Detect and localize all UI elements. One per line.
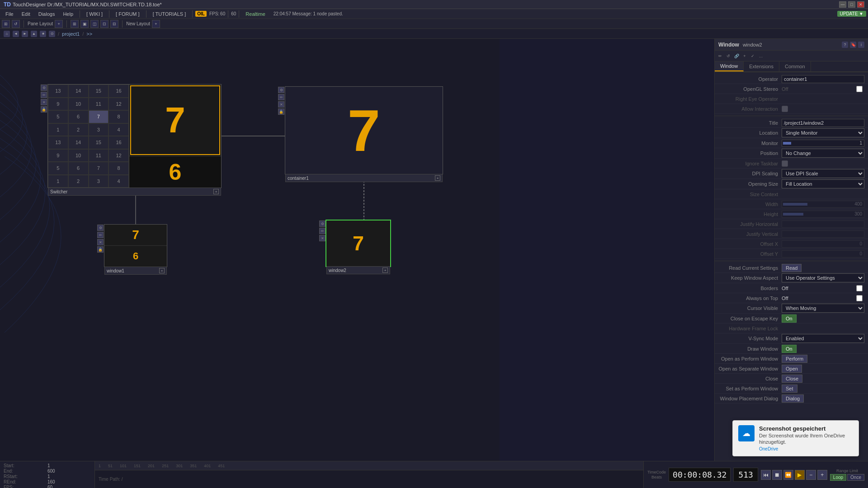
grid-cell-3[interactable]: 16 xyxy=(108,84,129,98)
tab-window[interactable]: Window xyxy=(715,61,744,71)
prop-read-btn[interactable]: Read xyxy=(782,264,802,272)
grid-cell-29[interactable]: 2 xyxy=(68,175,89,188)
grid-cell-25[interactable]: 6 xyxy=(68,162,89,175)
menu-tutorials[interactable]: [ TUTORIALS ] xyxy=(149,10,190,18)
panel-tb-more[interactable]: … xyxy=(757,52,764,60)
path-project[interactable]: project1 xyxy=(62,31,80,37)
prop-position-select[interactable]: No Change Absolute Relative xyxy=(782,149,864,158)
container-icon-pencil[interactable]: ✏ xyxy=(278,94,284,100)
prop-borders-checkbox[interactable] xyxy=(856,285,863,291)
prop-ignore-checkbox[interactable] xyxy=(782,160,788,167)
container-icon-lock[interactable]: 🔒 xyxy=(278,108,284,115)
grid-cell-18[interactable]: 15 xyxy=(89,136,109,149)
prop-height-slider[interactable]: 300 xyxy=(782,211,864,218)
tab-extensions[interactable]: Extensions xyxy=(744,61,779,71)
grid-cell-21[interactable]: 10 xyxy=(68,149,89,162)
close-button[interactable]: ✕ xyxy=(857,1,864,8)
prop-title-input[interactable] xyxy=(782,119,864,127)
prop-vsync-select[interactable]: Enabled Disabled xyxy=(782,334,864,343)
toolbar-btn-6[interactable]: ⊡ xyxy=(100,20,108,28)
prop-placement-btn[interactable]: Dialog xyxy=(782,394,804,403)
prop-close-prop-btn[interactable]: Close xyxy=(782,375,802,383)
grid-cell-22[interactable]: 11 xyxy=(89,149,109,162)
menu-help[interactable]: Help xyxy=(59,10,77,18)
grid-cell-23[interactable]: 12 xyxy=(108,149,129,162)
window2-icon-pencil[interactable]: ✏ xyxy=(319,228,326,234)
prop-operator-input[interactable] xyxy=(782,75,864,83)
prop-monitor-slider[interactable]: 1 xyxy=(782,140,864,147)
prop-opening-select[interactable]: Fill Location Custom xyxy=(782,179,864,188)
window2-expand-btn[interactable]: + xyxy=(382,267,388,273)
panel-tb-refresh[interactable]: ↺ xyxy=(725,52,732,60)
grid-cell-11[interactable]: 8 xyxy=(108,110,129,123)
switcher-expand-btn[interactable]: + xyxy=(213,189,219,194)
transport-skip-back[interactable]: ⏮ xyxy=(761,470,771,480)
frame-display[interactable]: 513 xyxy=(733,468,758,482)
prop-dpi-select[interactable]: Use DPI Scale No Scaling xyxy=(782,169,864,178)
grid-cell-6[interactable]: 11 xyxy=(89,98,109,111)
transport-plus[interactable]: + xyxy=(817,470,827,480)
toolbar-btn-4[interactable]: ▣ xyxy=(80,20,89,28)
transport-minus[interactable]: − xyxy=(806,470,816,480)
grid-cell-17[interactable]: 14 xyxy=(68,136,89,149)
toolbar-btn-2[interactable]: ↺ xyxy=(12,20,20,28)
panel-tb-pencil[interactable]: ✏ xyxy=(717,52,724,60)
prop-always-checkbox[interactable] xyxy=(856,295,863,301)
container-icon-close[interactable]: ✕ xyxy=(278,101,284,108)
update-badge[interactable]: UPDATE ▼ xyxy=(837,11,867,17)
transport-play[interactable]: ▶ xyxy=(795,470,805,480)
switcher-grid[interactable]: 1314151691011125678123413141516910111256… xyxy=(48,84,129,188)
container-expand-btn[interactable]: + xyxy=(435,175,440,181)
timecode-display[interactable]: 00:00:08.32 xyxy=(669,468,731,482)
panel-icon-bookmark[interactable]: 🔖 xyxy=(850,42,856,48)
maximize-button[interactable]: □ xyxy=(848,1,855,8)
panel-tb-plus[interactable]: + xyxy=(741,52,748,60)
window1-icon-lock[interactable]: 🔒 xyxy=(97,246,104,253)
transport-prev[interactable]: ⏪ xyxy=(783,470,793,480)
window1-icon-gear[interactable]: ⚙ xyxy=(97,225,104,231)
menu-file[interactable]: File xyxy=(2,10,17,18)
grid-cell-31[interactable]: 4 xyxy=(108,175,129,188)
bookmark-icon[interactable]: ★ xyxy=(40,31,46,37)
prop-open-perform-btn[interactable]: Perform xyxy=(782,355,807,363)
grid-cell-5[interactable]: 10 xyxy=(68,98,89,111)
title-bar-controls[interactable]: — □ ✕ xyxy=(839,1,864,8)
loop-button[interactable]: Loop xyxy=(830,474,846,481)
window1-icon-pencil[interactable]: ✏ xyxy=(97,232,104,238)
panel-tb-check[interactable]: ✓ xyxy=(749,52,756,60)
switcher-node[interactable]: ⚙ ✏ ✕ 🔒 13141516910111256781234131415169… xyxy=(47,84,222,188)
grid-cell-4[interactable]: 9 xyxy=(48,98,68,111)
home-btn[interactable]: ⊙ xyxy=(49,31,55,37)
grid-cell-1[interactable]: 14 xyxy=(68,84,89,98)
menu-forum[interactable]: [ FORUM ] xyxy=(112,10,143,18)
timeline-ruler[interactable]: 151101151201251301351401451 xyxy=(95,461,643,470)
forward-icon[interactable]: ► xyxy=(22,31,28,37)
minimize-button[interactable]: — xyxy=(839,1,846,8)
prop-cursor-select[interactable]: When Moving Always Never xyxy=(782,304,864,313)
transport-stop[interactable]: ⏹ xyxy=(772,470,782,480)
toolbar-btn-3[interactable]: ⊞ xyxy=(71,20,79,28)
prop-allow-checkbox[interactable] xyxy=(782,106,788,112)
prop-location-select[interactable]: Single Monitor All Monitors xyxy=(782,128,864,137)
once-button[interactable]: Once xyxy=(847,474,864,481)
prop-keep-select[interactable]: Use Operator Settings On Off xyxy=(782,273,864,282)
switcher-icon-close[interactable]: ✕ xyxy=(41,99,47,105)
prop-open-sep-btn[interactable]: Open xyxy=(782,365,802,373)
prop-close-escape-btn[interactable]: On xyxy=(782,314,797,323)
window1-expand-btn[interactable]: + xyxy=(159,268,165,273)
prop-draw-btn[interactable]: On xyxy=(782,345,797,353)
prop-opengl-checkbox[interactable] xyxy=(856,86,863,92)
grid-cell-30[interactable]: 3 xyxy=(89,175,109,188)
grid-cell-13[interactable]: 2 xyxy=(68,123,89,136)
container-icon-gear[interactable]: ⚙ xyxy=(278,87,284,93)
window2-node[interactable]: ⚙ ✏ ✕ 7 window2 + xyxy=(326,220,391,267)
grid-cell-15[interactable]: 4 xyxy=(108,123,129,136)
grid-cell-8[interactable]: 5 xyxy=(48,110,68,123)
grid-cell-2[interactable]: 15 xyxy=(89,84,109,98)
grid-cell-0[interactable]: 13 xyxy=(48,84,68,98)
grid-cell-14[interactable]: 3 xyxy=(89,123,109,136)
menu-wiki[interactable]: [ WIKI ] xyxy=(83,10,106,18)
window2-icon-gear[interactable]: ⚙ xyxy=(319,221,326,227)
switcher-icon-pencil[interactable]: ✏ xyxy=(41,92,47,98)
toolbar-btn-1[interactable]: ⊞ xyxy=(2,20,10,28)
